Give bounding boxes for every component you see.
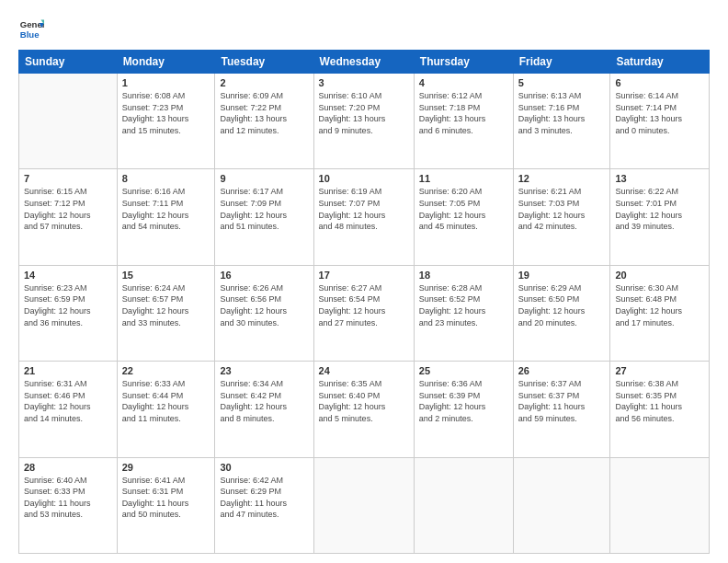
calendar-cell: 30Sunrise: 6:42 AM Sunset: 6:29 PM Dayli… xyxy=(215,457,313,553)
day-info: Sunrise: 6:20 AM Sunset: 7:05 PM Dayligh… xyxy=(419,186,508,232)
calendar-cell: 1Sunrise: 6:08 AM Sunset: 7:23 PM Daylig… xyxy=(117,74,215,169)
day-info: Sunrise: 6:13 AM Sunset: 7:16 PM Dayligh… xyxy=(518,90,606,136)
header-day-sunday: Sunday xyxy=(19,51,118,74)
calendar-cell: 29Sunrise: 6:41 AM Sunset: 6:31 PM Dayli… xyxy=(117,457,215,553)
header-day-tuesday: Tuesday xyxy=(215,51,313,74)
day-number: 21 xyxy=(24,365,112,376)
day-number: 6 xyxy=(615,77,704,88)
calendar-cell: 14Sunrise: 6:23 AM Sunset: 6:59 PM Dayli… xyxy=(19,265,118,361)
calendar-cell: 25Sunrise: 6:36 AM Sunset: 6:39 PM Dayli… xyxy=(414,362,513,457)
calendar-cell xyxy=(414,457,513,553)
logo-icon: General Blue xyxy=(18,17,44,42)
calendar-cell: 7Sunrise: 6:15 AM Sunset: 7:12 PM Daylig… xyxy=(19,169,118,265)
day-number: 8 xyxy=(122,173,210,184)
day-info: Sunrise: 6:34 AM Sunset: 6:42 PM Dayligh… xyxy=(220,378,308,424)
calendar-cell: 26Sunrise: 6:37 AM Sunset: 6:37 PM Dayli… xyxy=(513,362,610,457)
calendar-cell: 17Sunrise: 6:27 AM Sunset: 6:54 PM Dayli… xyxy=(313,265,414,361)
calendar-cell: 20Sunrise: 6:30 AM Sunset: 6:48 PM Dayli… xyxy=(610,265,710,361)
day-info: Sunrise: 6:14 AM Sunset: 7:14 PM Dayligh… xyxy=(615,90,704,136)
day-number: 13 xyxy=(615,173,704,184)
header-day-thursday: Thursday xyxy=(414,51,513,74)
day-info: Sunrise: 6:40 AM Sunset: 6:33 PM Dayligh… xyxy=(24,475,112,521)
day-number: 16 xyxy=(220,270,308,281)
calendar-cell: 23Sunrise: 6:34 AM Sunset: 6:42 PM Dayli… xyxy=(215,362,313,457)
day-number: 14 xyxy=(24,270,112,281)
calendar-table: SundayMondayTuesdayWednesdayThursdayFrid… xyxy=(18,50,710,554)
day-info: Sunrise: 6:23 AM Sunset: 6:59 PM Dayligh… xyxy=(24,282,112,328)
day-info: Sunrise: 6:27 AM Sunset: 6:54 PM Dayligh… xyxy=(319,282,409,328)
day-info: Sunrise: 6:36 AM Sunset: 6:39 PM Dayligh… xyxy=(419,378,508,424)
calendar-cell xyxy=(19,74,118,169)
day-info: Sunrise: 6:33 AM Sunset: 6:44 PM Dayligh… xyxy=(122,378,210,424)
calendar-cell: 9Sunrise: 6:17 AM Sunset: 7:09 PM Daylig… xyxy=(215,169,313,265)
calendar-cell: 22Sunrise: 6:33 AM Sunset: 6:44 PM Dayli… xyxy=(117,362,215,457)
day-info: Sunrise: 6:21 AM Sunset: 7:03 PM Dayligh… xyxy=(518,186,606,232)
day-number: 17 xyxy=(319,270,409,281)
day-number: 23 xyxy=(220,365,308,376)
day-info: Sunrise: 6:12 AM Sunset: 7:18 PM Dayligh… xyxy=(419,90,508,136)
day-number: 9 xyxy=(220,173,308,184)
day-number: 29 xyxy=(122,462,210,473)
day-number: 19 xyxy=(518,270,606,281)
calendar-cell: 8Sunrise: 6:16 AM Sunset: 7:11 PM Daylig… xyxy=(117,169,215,265)
day-number: 28 xyxy=(24,462,112,473)
header-day-monday: Monday xyxy=(117,51,215,74)
calendar-cell: 12Sunrise: 6:21 AM Sunset: 7:03 PM Dayli… xyxy=(513,169,610,265)
calendar-cell: 18Sunrise: 6:28 AM Sunset: 6:52 PM Dayli… xyxy=(414,265,513,361)
day-info: Sunrise: 6:35 AM Sunset: 6:40 PM Dayligh… xyxy=(319,378,409,424)
day-number: 20 xyxy=(615,270,704,281)
calendar-cell: 21Sunrise: 6:31 AM Sunset: 6:46 PM Dayli… xyxy=(19,362,118,457)
day-info: Sunrise: 6:10 AM Sunset: 7:20 PM Dayligh… xyxy=(319,90,409,136)
calendar-cell: 28Sunrise: 6:40 AM Sunset: 6:33 PM Dayli… xyxy=(19,457,118,553)
day-number: 18 xyxy=(419,270,508,281)
calendar-cell xyxy=(610,457,710,553)
calendar-cell: 4Sunrise: 6:12 AM Sunset: 7:18 PM Daylig… xyxy=(414,74,513,169)
day-number: 5 xyxy=(518,77,606,88)
calendar-cell: 3Sunrise: 6:10 AM Sunset: 7:20 PM Daylig… xyxy=(313,74,414,169)
calendar-cell: 27Sunrise: 6:38 AM Sunset: 6:35 PM Dayli… xyxy=(610,362,710,457)
day-info: Sunrise: 6:29 AM Sunset: 6:50 PM Dayligh… xyxy=(518,282,606,328)
header-day-saturday: Saturday xyxy=(610,51,710,74)
day-info: Sunrise: 6:37 AM Sunset: 6:37 PM Dayligh… xyxy=(518,378,606,424)
day-number: 2 xyxy=(220,77,308,88)
header-day-wednesday: Wednesday xyxy=(313,51,414,74)
day-info: Sunrise: 6:19 AM Sunset: 7:07 PM Dayligh… xyxy=(319,186,409,232)
svg-text:Blue: Blue xyxy=(20,29,40,40)
calendar-week-1: 1Sunrise: 6:08 AM Sunset: 7:23 PM Daylig… xyxy=(19,74,710,169)
calendar-cell: 5Sunrise: 6:13 AM Sunset: 7:16 PM Daylig… xyxy=(513,74,610,169)
calendar-cell: 13Sunrise: 6:22 AM Sunset: 7:01 PM Dayli… xyxy=(610,169,710,265)
calendar-week-4: 21Sunrise: 6:31 AM Sunset: 6:46 PM Dayli… xyxy=(19,362,710,457)
calendar-cell: 11Sunrise: 6:20 AM Sunset: 7:05 PM Dayli… xyxy=(414,169,513,265)
calendar-week-2: 7Sunrise: 6:15 AM Sunset: 7:12 PM Daylig… xyxy=(19,169,710,265)
day-number: 30 xyxy=(220,462,308,473)
day-info: Sunrise: 6:38 AM Sunset: 6:35 PM Dayligh… xyxy=(615,378,704,424)
calendar-week-5: 28Sunrise: 6:40 AM Sunset: 6:33 PM Dayli… xyxy=(19,457,710,553)
day-number: 27 xyxy=(615,365,704,376)
day-info: Sunrise: 6:30 AM Sunset: 6:48 PM Dayligh… xyxy=(615,282,704,328)
calendar-cell: 10Sunrise: 6:19 AM Sunset: 7:07 PM Dayli… xyxy=(313,169,414,265)
day-number: 12 xyxy=(518,173,606,184)
calendar-cell: 2Sunrise: 6:09 AM Sunset: 7:22 PM Daylig… xyxy=(215,74,313,169)
day-info: Sunrise: 6:08 AM Sunset: 7:23 PM Dayligh… xyxy=(122,90,210,136)
day-number: 22 xyxy=(122,365,210,376)
day-number: 7 xyxy=(24,173,112,184)
day-number: 24 xyxy=(319,365,409,376)
day-info: Sunrise: 6:24 AM Sunset: 6:57 PM Dayligh… xyxy=(122,282,210,328)
day-info: Sunrise: 6:16 AM Sunset: 7:11 PM Dayligh… xyxy=(122,186,210,232)
day-number: 26 xyxy=(518,365,606,376)
day-info: Sunrise: 6:26 AM Sunset: 6:56 PM Dayligh… xyxy=(220,282,308,328)
calendar-cell xyxy=(313,457,414,553)
calendar-cell: 19Sunrise: 6:29 AM Sunset: 6:50 PM Dayli… xyxy=(513,265,610,361)
day-info: Sunrise: 6:17 AM Sunset: 7:09 PM Dayligh… xyxy=(220,186,308,232)
day-number: 4 xyxy=(419,77,508,88)
calendar-cell: 24Sunrise: 6:35 AM Sunset: 6:40 PM Dayli… xyxy=(313,362,414,457)
day-info: Sunrise: 6:42 AM Sunset: 6:29 PM Dayligh… xyxy=(220,475,308,521)
day-info: Sunrise: 6:15 AM Sunset: 7:12 PM Dayligh… xyxy=(24,186,112,232)
calendar-cell: 15Sunrise: 6:24 AM Sunset: 6:57 PM Dayli… xyxy=(117,265,215,361)
header-day-friday: Friday xyxy=(513,51,610,74)
day-number: 25 xyxy=(419,365,508,376)
calendar-week-3: 14Sunrise: 6:23 AM Sunset: 6:59 PM Dayli… xyxy=(19,265,710,361)
calendar-cell xyxy=(513,457,610,553)
day-info: Sunrise: 6:22 AM Sunset: 7:01 PM Dayligh… xyxy=(615,186,704,232)
day-info: Sunrise: 6:09 AM Sunset: 7:22 PM Dayligh… xyxy=(220,90,308,136)
